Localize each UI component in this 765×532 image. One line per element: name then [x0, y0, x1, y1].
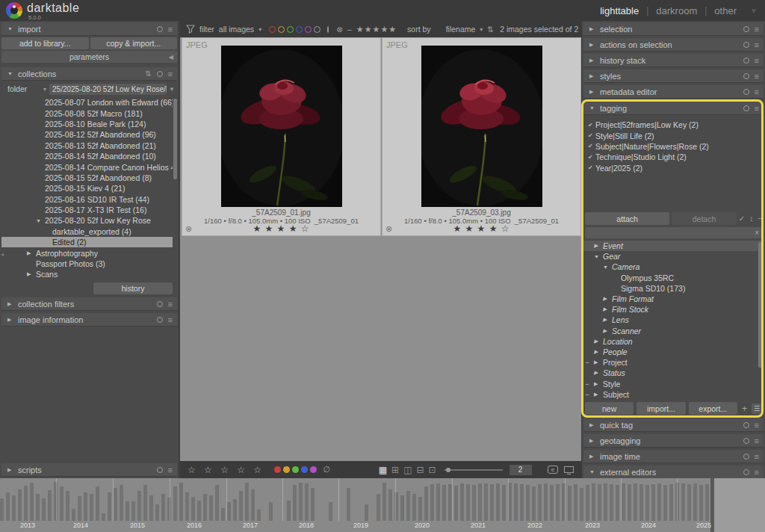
timeline-bar[interactable]: [12, 495, 16, 521]
timeline-bar[interactable]: [251, 489, 255, 521]
unstar-filter-icon[interactable]: –: [347, 25, 352, 34]
collection-item[interactable]: 2025-08-15 52f Abandoned (8): [1, 173, 173, 183]
module-collections[interactable]: ▼ collections ⇅≡: [1, 67, 177, 81]
timeline-bar[interactable]: [6, 492, 10, 521]
zoom-slider[interactable]: [445, 469, 503, 471]
module-tagging[interactable]: ▼ tagging ≡: [583, 102, 764, 115]
timeline-bar[interactable]: [388, 489, 392, 521]
color-label-dot[interactable]: [292, 466, 299, 473]
reset-icon[interactable]: [743, 105, 749, 111]
expand-icon[interactable]: ▼: [7, 26, 18, 31]
collection-item[interactable]: 2025-08-12 52f Abandoned (96): [1, 129, 173, 140]
timeline-bar[interactable]: [66, 491, 69, 521]
timeline-bar[interactable]: [227, 502, 231, 521]
collection-item[interactable]: Edited (2): [1, 237, 173, 247]
collections-scrollbar[interactable]: [173, 99, 177, 179]
timeline-bar[interactable]: [197, 501, 201, 521]
timeline-bar[interactable]: [616, 485, 619, 521]
sort-tags-icon[interactable]: ↕: [749, 214, 753, 223]
tag-tree-scrollbar[interactable]: [758, 242, 762, 368]
collection-item[interactable]: Passport Photos (3): [1, 259, 173, 269]
tag-tree-item[interactable]: −▶Project: [583, 357, 764, 368]
timeline-bar[interactable]: [347, 488, 350, 521]
collection-item[interactable]: 2025-08-07 London with Edward (66): [1, 97, 173, 108]
reset-icon[interactable]: [743, 42, 749, 48]
module-quick-tag[interactable]: ▶ quick tag ≡: [583, 418, 764, 432]
timeline-bar[interactable]: [400, 495, 404, 521]
timeline-bar[interactable]: [669, 484, 673, 521]
attached-tag[interactable]: ✔Technique|Studio Light (2): [583, 152, 764, 162]
add-tag-icon[interactable]: +: [740, 403, 749, 414]
color-filter-dot[interactable]: [269, 26, 276, 33]
import-tags-button[interactable]: import...: [637, 402, 685, 415]
presets-icon[interactable]: ≡: [755, 57, 759, 64]
presets-icon[interactable]: ≡: [168, 25, 173, 33]
presets-icon[interactable]: ≡: [755, 468, 759, 476]
timeline-bar[interactable]: [484, 483, 488, 521]
sort-field-dropdown[interactable]: filename: [446, 25, 476, 34]
timeline-bar[interactable]: [72, 509, 75, 521]
tag-tree-item[interactable]: −▶Style: [583, 378, 764, 389]
attached-tag[interactable]: ✔Year|2025 (2): [583, 163, 764, 173]
culling-view-icon[interactable]: ◫: [403, 465, 412, 475]
reset-icon[interactable]: [743, 469, 749, 475]
timeline-bar[interactable]: [520, 484, 524, 521]
reset-icon[interactable]: [157, 71, 163, 77]
module-styles[interactable]: ▶ styles ≡: [583, 69, 764, 83]
timeline-bar[interactable]: [143, 485, 147, 521]
tab-darkroom[interactable]: darkroom: [656, 5, 697, 16]
expand-icon[interactable]: ▼: [7, 71, 18, 76]
color-filter-dot[interactable]: [305, 26, 312, 33]
attached-tag[interactable]: ✔Project|52frames|Low Key (2): [583, 120, 764, 130]
color-label-dot[interactable]: [283, 466, 290, 473]
timeline-bar[interactable]: [526, 485, 530, 521]
timeline-bar[interactable]: [209, 495, 213, 521]
collection-item[interactable]: 2025-08-17 X-T3 IR Test (16): [1, 205, 173, 215]
color-filter-half-dot[interactable]: [327, 26, 329, 33]
timeline-bar[interactable]: [239, 491, 243, 521]
module-metadata-editor[interactable]: ▶ metadata editor ≡: [583, 85, 764, 99]
color-filter-dot[interactable]: [314, 26, 320, 33]
reset-icon[interactable]: [157, 467, 163, 473]
timeline-bar[interactable]: [149, 495, 153, 521]
collection-item[interactable]: 2025-08-16 SD10 IR Test (44): [1, 194, 173, 205]
timeline-bar[interactable]: [442, 485, 446, 521]
timeline-bar[interactable]: [663, 485, 667, 521]
collection-preset-icon[interactable]: ▼: [169, 86, 175, 93]
timeline-bar[interactable]: [126, 501, 129, 521]
timeline-bar[interactable]: [645, 485, 649, 521]
presets-icon[interactable]: ≡: [168, 300, 173, 308]
expand-icon[interactable]: ▼: [589, 105, 600, 111]
presets-icon[interactable]: ≡: [755, 25, 759, 33]
timeline-bar[interactable]: [657, 483, 661, 521]
clear-entry-icon[interactable]: ×: [755, 229, 762, 237]
color-label-dot[interactable]: [310, 466, 317, 473]
expand-icon[interactable]: ▼: [589, 469, 600, 474]
panel-collapse-icon[interactable]: ◂: [1, 251, 4, 258]
timeline-bar[interactable]: [490, 484, 494, 521]
collection-item[interactable]: ▼2025-08-20 52f Low Key Rose: [1, 215, 173, 226]
timeline-bar[interactable]: [215, 485, 219, 521]
presets-icon[interactable]: ≡: [168, 70, 173, 78]
timeline-bar[interactable]: [377, 494, 380, 521]
presets-icon[interactable]: ≡: [755, 437, 759, 445]
timeline-bar[interactable]: [406, 491, 410, 521]
module-external-editors[interactable]: ▼ external editors ≡: [583, 466, 764, 479]
timeline-bar[interactable]: [114, 488, 117, 521]
timeline-bar[interactable]: [681, 483, 685, 521]
presets-icon[interactable]: ≡: [755, 41, 759, 49]
chevron-down-icon[interactable]: ▾: [258, 26, 261, 33]
timeline-bar[interactable]: [598, 484, 601, 521]
timeline-bar[interactable]: [586, 485, 589, 521]
timeline-bar[interactable]: [245, 483, 249, 521]
shrink-icon[interactable]: −: [758, 214, 762, 223]
tag-list-mode-icon[interactable]: ☰: [752, 403, 762, 414]
import-parameters-toggle[interactable]: parameters ◀: [1, 51, 177, 63]
expand-icon[interactable]: ▶: [589, 422, 600, 428]
reset-icon[interactable]: [743, 89, 749, 95]
tag-tree-item[interactable]: ▶Lens: [583, 315, 764, 325]
timeline-bar[interactable]: [568, 486, 572, 521]
timeline-bar[interactable]: [574, 484, 577, 521]
expand-icon[interactable]: ▶: [7, 467, 18, 473]
timeline-bar[interactable]: [191, 497, 195, 521]
